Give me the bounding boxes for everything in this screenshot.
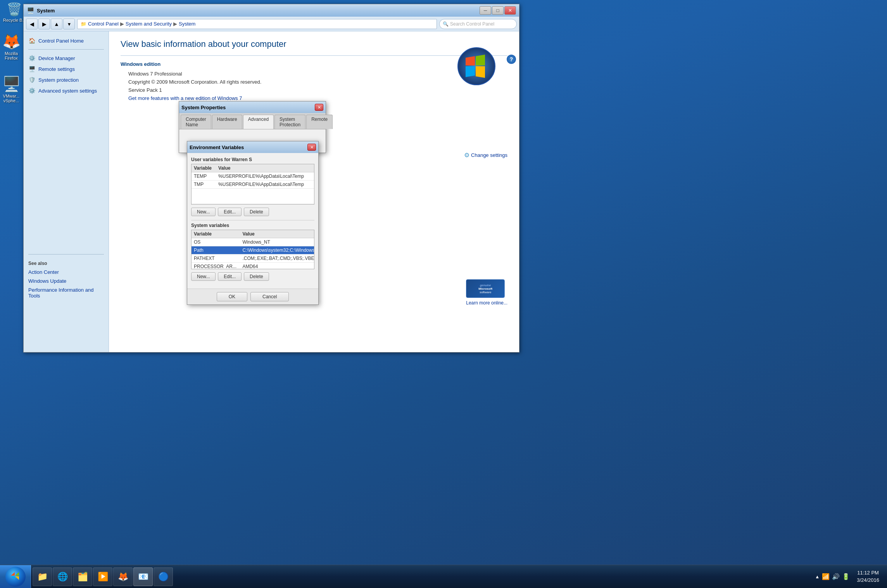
svg-marker-5 — [11, 572, 15, 576]
sys-new-button[interactable]: New... — [191, 272, 216, 281]
home-icon: 🏠 — [28, 37, 35, 44]
sys-var-processor-ar: PROCESSOR_AR... — [192, 263, 240, 269]
tab-system-protection[interactable]: System Protection — [274, 115, 305, 129]
path-system[interactable]: System — [179, 21, 195, 27]
sys-props-title-bar: System Properties ✕ — [179, 101, 326, 113]
system-variables-scroll[interactable]: Variable Value OS — [192, 230, 314, 269]
clock[interactable]: 11:12 PM 3/24/2016 — [853, 569, 883, 583]
taskbar-app-outlook[interactable]: 📧 — [133, 567, 153, 586]
path-system-security[interactable]: System and Security — [126, 21, 172, 27]
title-bar: 🖥️ System ─ □ ✕ — [24, 4, 519, 17]
taskbar-apps: 📁 🌐 🗂️ ▶️ 🦊 📧 🔵 — [31, 565, 811, 588]
table-row[interactable]: OS Windows_NT — [192, 238, 314, 246]
tray-up-arrow[interactable]: ▲ — [815, 574, 820, 579]
sidebar-remote-settings-label: Remote settings — [38, 66, 75, 72]
forward-button[interactable]: ▶ — [38, 19, 50, 29]
table-row[interactable]: PATHEXT .COM;.EXE;.BAT;.CMD;.VBS;.VBE;.J… — [192, 254, 314, 263]
table-row[interactable]: TEMP %USERPROFILE%\AppData\Local\Temp — [192, 172, 314, 181]
tab-advanced[interactable]: Advanced — [243, 115, 274, 129]
user-variables-table: Variable Value TEMP %USERP — [192, 164, 314, 204]
sidebar-windows-update[interactable]: Windows Update — [24, 277, 109, 285]
title-bar-left: 🖥️ System — [27, 7, 55, 14]
change-settings-link[interactable]: ⚙ Change settings — [464, 151, 507, 159]
back-button[interactable]: ◀ — [26, 19, 38, 29]
sys-props-close-button[interactable]: ✕ — [315, 104, 323, 111]
table-row[interactable]: Path C:\Windows\system32;C:\Windows;C:\W… — [192, 246, 314, 254]
system-protection-icon: 🛡️ — [28, 76, 35, 83]
env-ok-button[interactable]: OK — [217, 292, 247, 301]
minimize-button[interactable]: ─ — [480, 6, 491, 15]
taskbar-app-blue[interactable]: 🔵 — [154, 567, 173, 586]
sys-var-pathext: PATHEXT — [192, 254, 240, 263]
sidebar-remote-settings[interactable]: 🖥️ Remote settings — [24, 64, 109, 74]
system-variables-buttons: New... Edit... Delete — [191, 272, 314, 281]
windows-edition-header: Windows edition — [121, 61, 507, 67]
address-bar: ◀ ▶ ▲ ▾ 📁 Control Panel ▶ System and Sec… — [24, 17, 519, 31]
sidebar-separator-1 — [28, 49, 104, 50]
desktop-icon-vmware[interactable]: 🖥️ VMwar...vSphe... — [0, 76, 22, 103]
tab-computer-name[interactable]: Computer Name — [181, 115, 211, 129]
sidebar-advanced-settings[interactable]: ⚙️ Advanced system settings — [24, 85, 109, 96]
taskbar-app-ie[interactable]: 🌐 — [53, 567, 72, 586]
env-cancel-button[interactable]: Cancel — [250, 292, 289, 301]
sys-delete-button[interactable]: Delete — [244, 272, 269, 281]
svg-marker-4 — [476, 66, 485, 78]
taskbar-app-media[interactable]: ▶️ — [93, 567, 112, 586]
page-title: View basic information about your comput… — [121, 39, 507, 49]
sidebar-separator-2 — [28, 254, 104, 254]
taskbar-app-explorer[interactable]: 📁 — [33, 567, 52, 586]
search-box[interactable]: 🔍 Search Control Panel — [439, 19, 517, 29]
sidebar-action-center[interactable]: Action Center — [24, 268, 109, 277]
recycle-bin-label: Recycle B... — [3, 18, 26, 22]
sys-var-os: OS — [192, 238, 240, 246]
taskbar-app-firefox[interactable]: 🦊 — [113, 567, 133, 586]
path-control-panel[interactable]: Control Panel — [88, 21, 119, 27]
user-variables-table-container: Variable Value TEMP %USERP — [191, 164, 314, 205]
user-delete-button[interactable]: Delete — [244, 208, 269, 216]
sys-props-content: Environment Variables ✕ User variables f… — [179, 129, 326, 153]
user-edit-button[interactable]: Edit... — [218, 208, 242, 216]
genuine-ms-badge: genuine Microsoft software Learn more on… — [466, 279, 507, 306]
table-row-empty — [192, 189, 314, 204]
copyright: Copyright © 2009 Microsoft Corporation. … — [128, 79, 507, 85]
close-button[interactable]: ✕ — [504, 6, 516, 15]
taskbar-tray: ▲ 📶 🔊 🔋 11:12 PM 3/24/2016 — [811, 565, 887, 588]
sys-val-pathext: .COM;.EXE;.BAT;.CMD;.VBS;.VBE;.JS;.JS... — [240, 254, 314, 263]
tray-battery-icon: 🔋 — [842, 573, 850, 580]
sidebar-performance-info[interactable]: Performance Information and Tools — [24, 285, 109, 300]
tab-remote[interactable]: Remote — [306, 115, 333, 129]
tray-volume-icon: 🔊 — [832, 573, 840, 580]
taskbar-app-folder[interactable]: 🗂️ — [73, 567, 92, 586]
genuine-text-1: genuine — [480, 284, 491, 287]
left-sidebar: 🏠 Control Panel Home ⚙️ Device Manager 🖥… — [24, 31, 109, 352]
recent-button[interactable]: ▾ — [63, 19, 75, 29]
sidebar-device-manager[interactable]: ⚙️ Device Manager — [24, 53, 109, 64]
sys-props-tabs: Computer Name Hardware Advanced System P… — [179, 113, 326, 129]
env-close-button[interactable]: ✕ — [307, 144, 316, 151]
svg-marker-3 — [466, 66, 475, 77]
up-button[interactable]: ▲ — [51, 19, 62, 29]
sidebar-system-protection[interactable]: 🛡️ System protection — [24, 74, 109, 85]
svg-marker-2 — [476, 55, 485, 65]
tab-hardware[interactable]: Hardware — [212, 115, 242, 129]
start-button[interactable] — [0, 565, 31, 588]
env-title-bar: Environment Variables ✕ — [187, 141, 318, 153]
sys-val-processor-ar: AMD64 — [240, 263, 314, 269]
clock-time: 11:12 PM — [857, 569, 879, 576]
user-variables-buttons: New... Edit... Delete — [191, 208, 314, 216]
maximize-button[interactable]: □ — [492, 6, 504, 15]
get-more-features-link[interactable]: Get more features with a new edition of … — [128, 95, 507, 101]
user-new-button[interactable]: New... — [191, 208, 216, 216]
env-separator — [191, 220, 314, 220]
svg-marker-1 — [466, 56, 475, 65]
desktop-icon-recycle-bin[interactable]: 🗑️ Recycle B... — [3, 2, 26, 22]
table-row[interactable]: TMP %USERPROFILE%\AppData\Local\Temp — [192, 181, 314, 189]
learn-more-link[interactable]: Learn more online... — [466, 300, 507, 306]
tray-network-icon: 📶 — [822, 573, 830, 580]
window-title: System — [37, 8, 55, 14]
help-icon[interactable]: ? — [507, 55, 516, 64]
sys-edit-button[interactable]: Edit... — [218, 272, 242, 281]
table-row[interactable]: PROCESSOR_AR... AMD64 — [192, 263, 314, 269]
sidebar-home[interactable]: 🏠 Control Panel Home — [24, 35, 109, 46]
desktop-icon-firefox[interactable]: 🦊 MozillaFirefox — [0, 33, 22, 60]
